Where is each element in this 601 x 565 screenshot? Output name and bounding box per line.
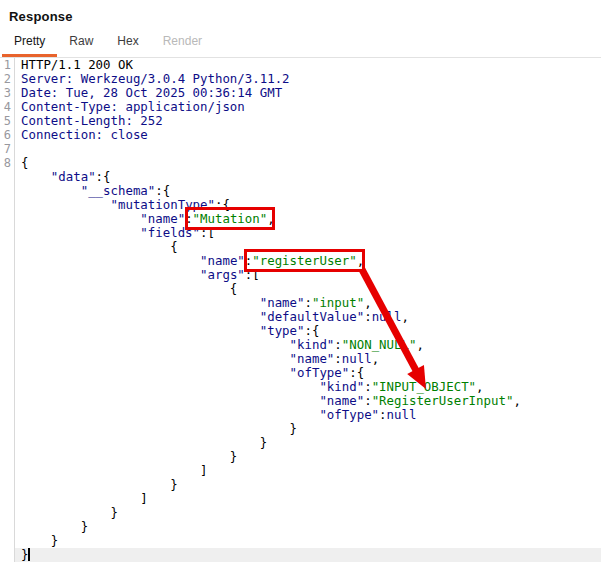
line-number — [0, 170, 15, 184]
line-number — [0, 254, 15, 268]
code-line: "kind":"NON_NULL", — [0, 338, 601, 352]
token-p: , — [401, 309, 408, 324]
code-text: Connection: close — [15, 128, 601, 142]
token-p — [21, 211, 140, 226]
code-text: } — [15, 478, 601, 492]
code-text: "name":null, — [15, 352, 601, 366]
token-k: "data" — [51, 169, 96, 184]
token-p: } — [21, 449, 237, 464]
code-text: "fields":[ — [15, 226, 601, 240]
code-text: } — [15, 422, 601, 436]
line-number — [0, 506, 15, 520]
line-number — [0, 394, 15, 408]
tab-raw[interactable]: Raw — [57, 28, 105, 57]
token-k: "name" — [140, 211, 185, 226]
annotation-box: "Mutation" — [185, 207, 276, 230]
code-text: Server: Werkzeug/3.0.4 Python/3.11.2 — [15, 72, 601, 86]
token-p — [21, 393, 319, 408]
code-line: } — [0, 436, 601, 450]
code-text: ] — [15, 464, 601, 478]
tab-render[interactable]: Render — [151, 28, 214, 57]
code-text: } — [15, 548, 601, 562]
token-k: "name" — [319, 393, 364, 408]
code-line: } — [0, 422, 601, 436]
token-p — [21, 323, 260, 338]
code-text: "name":"input", — [15, 296, 601, 310]
code-text: "data":{ — [15, 170, 601, 184]
token-p — [21, 309, 260, 324]
line-number: 1 — [0, 58, 15, 72]
token-hd: Server: Werkzeug/3.0.4 Python/3.11.2 — [21, 71, 290, 86]
code-line: "name":"input", — [0, 296, 601, 310]
code-text: } — [15, 534, 601, 548]
token-p: : — [364, 309, 371, 324]
code-line: 8{ — [0, 156, 601, 170]
token-p: : — [364, 393, 371, 408]
line-number — [0, 226, 15, 240]
code-line: "ofType":{ — [0, 366, 601, 380]
token-p: : — [334, 351, 341, 366]
token-p: } — [21, 533, 58, 548]
token-n: null — [372, 309, 402, 324]
token-p: ] — [21, 463, 208, 478]
token-p: } — [21, 435, 267, 450]
token-k: "args" — [200, 267, 245, 282]
code-text: Content-Length: 252 — [15, 114, 601, 128]
code-line: } — [0, 450, 601, 464]
token-p: : — [364, 379, 371, 394]
code-text — [15, 142, 601, 156]
code-line: "ofType":null — [0, 408, 601, 422]
line-number — [0, 338, 15, 352]
token-k: "kind" — [290, 337, 335, 352]
token-p: : — [334, 337, 341, 352]
line-number — [0, 380, 15, 394]
token-p: ] — [21, 491, 148, 506]
code-line: 1HTTP/1.1 200 OK — [0, 58, 601, 72]
line-number: 3 — [0, 86, 15, 100]
code-line: "name":"RegisterUserInput", — [0, 394, 601, 408]
code-line: { — [0, 282, 601, 296]
line-number: 2 — [0, 72, 15, 86]
line-number — [0, 352, 15, 366]
token-p: : — [304, 295, 311, 310]
token-p: } — [21, 477, 178, 492]
line-number — [0, 282, 15, 296]
code-text: "kind":"INPUT_OBJECT", — [15, 380, 601, 394]
token-hd: Connection: close — [21, 127, 148, 142]
line-number — [0, 478, 15, 492]
response-editor[interactable]: 1HTTP/1.1 200 OK2Server: Werkzeug/3.0.4 … — [0, 58, 601, 565]
line-number — [0, 408, 15, 422]
line-number: 8 — [0, 156, 15, 170]
code-text: Content-Type: application/json — [15, 100, 601, 114]
code-text: "name":"registerUser", — [15, 254, 601, 268]
token-p: , — [416, 337, 423, 352]
code-line: "type":{ — [0, 324, 601, 338]
code-text: HTTP/1.1 200 OK — [15, 58, 601, 72]
line-number: 6 — [0, 128, 15, 142]
token-p: } — [21, 505, 118, 520]
token-k: "name" — [290, 351, 335, 366]
line-number — [0, 198, 15, 212]
token-p: } — [21, 519, 88, 534]
code-line: ] — [0, 464, 601, 478]
panel-title: Response — [0, 0, 601, 24]
tab-pretty[interactable]: Pretty — [2, 28, 57, 57]
line-number — [0, 240, 15, 254]
token-p: :{ — [304, 323, 319, 338]
line-number — [0, 184, 15, 198]
code-text: "name":"RegisterUserInput", — [15, 394, 601, 408]
tab-hex[interactable]: Hex — [105, 28, 150, 57]
token-p — [21, 267, 200, 282]
code-line: "__schema":{ — [0, 184, 601, 198]
line-number — [0, 492, 15, 506]
line-number — [0, 310, 15, 324]
code-line: 2Server: Werkzeug/3.0.4 Python/3.11.2 — [0, 72, 601, 86]
code-line: } — [0, 506, 601, 520]
code-line: "mutationType":{ — [0, 198, 601, 212]
code-text: } — [15, 450, 601, 464]
token-p — [21, 379, 319, 394]
code-line: ] — [0, 492, 601, 506]
line-number — [0, 436, 15, 450]
token-hd: Date: Tue, 28 Oct 2025 00:36:14 GMT — [21, 85, 282, 100]
token-n: null — [342, 351, 372, 366]
